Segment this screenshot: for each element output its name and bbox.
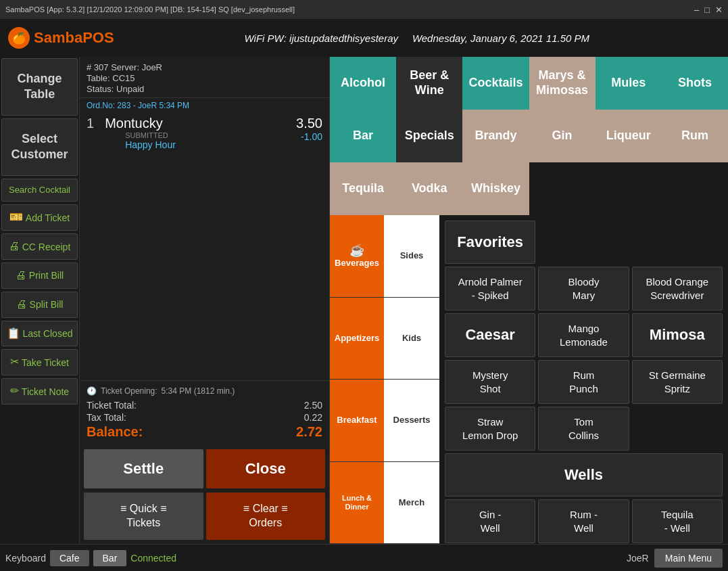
split-bill-button[interactable]: 🖨 Split Bill [1, 292, 78, 318]
keyboard-label: Keyboard [5, 553, 46, 564]
last-closed-button[interactable]: 📋 Last Closed [1, 321, 78, 347]
vtab-kids[interactable]: Kids [384, 298, 439, 380]
ticket-server: # 307 Server: JoeR [87, 62, 322, 72]
item-discount-price: -1.00 [296, 131, 322, 142]
current-user: JoeR [627, 553, 649, 564]
menu-item-rum-well[interactable]: Rum -Well [538, 499, 629, 543]
title-bar: SambaPOS [App: 5.3.2] [12/1/2020 12:09:0… [0, 0, 728, 19]
menu-item-blood-orange-screwdriver[interactable]: Blood OrangeScrewdriver [632, 267, 723, 311]
menu-item-mango-lemonade[interactable]: MangoLemonade [538, 313, 629, 357]
menu-item-tom-collins[interactable]: TomCollins [538, 407, 629, 451]
menu-item-gin-well[interactable]: Gin -Well [445, 499, 535, 543]
vtab-merch[interactable]: Merch [384, 462, 439, 545]
add-ticket-label: Add Ticket [26, 212, 70, 224]
cc-receipt-button[interactable]: 🖨 CC Receipt [1, 233, 78, 260]
ticket-order-info: Ord.No: 283 - JoeR 5:34 PM [80, 98, 329, 113]
cafe-tab[interactable]: Cafe [50, 550, 89, 566]
subcategory-tab-liqueur[interactable]: Liqueur [596, 110, 662, 162]
left-sidebar: Change Table Select Customer Search Cock… [0, 57, 80, 544]
category-tab-alcohol[interactable]: Alcohol [330, 57, 396, 110]
subcategory-tab-brandy[interactable]: Brandy [462, 110, 529, 162]
ticket-area: # 307 Server: JoeR Table: CC15 Status: U… [80, 57, 330, 544]
vtab-appetizers[interactable]: Appetizers [330, 298, 384, 380]
select-customer-button[interactable]: Select Customer [1, 118, 78, 176]
maximize-btn[interactable]: □ [704, 5, 710, 15]
split-bill-label: Split Bill [30, 298, 64, 311]
wells-header: Wells [445, 453, 723, 497]
category-tab-marys-mimosas[interactable]: Marys & Mimosas [529, 57, 596, 110]
settle-button[interactable]: Settle [84, 449, 203, 488]
bottom-bar: Keyboard Cafe Bar Connected JoeR Main Me… [0, 544, 728, 571]
menu-item-straw-lemon-drop[interactable]: StrawLemon Drop [445, 407, 535, 451]
clear-orders-button[interactable]: ≡ Clear ≡Orders [206, 493, 326, 540]
ticket-total-label: Ticket Total: [87, 400, 137, 411]
ticket-opening: 🕐 Ticket Opening: 5:34 PM (1812 min.) [87, 386, 322, 396]
logo: 🍊 SambaPOS [8, 27, 114, 49]
ticket-note-icon: ✏ [10, 384, 19, 398]
ticket-status: Status: Unpaid [87, 84, 322, 94]
appetizers-label: Appetizers [335, 333, 379, 344]
search-cocktail-input[interactable]: Search Cocktail [1, 179, 78, 202]
category-tab-mules[interactable]: Mules [596, 57, 662, 110]
vtab-sides[interactable]: Sides [384, 215, 439, 298]
take-ticket-button[interactable]: ✂ Take Ticket [1, 349, 78, 375]
subcategory-tab-bar[interactable]: Bar [330, 110, 396, 162]
take-ticket-icon: ✂ [10, 355, 19, 369]
subcategory-tab-tequila[interactable]: Tequila [330, 162, 396, 215]
take-ticket-label: Take Ticket [22, 357, 69, 369]
menu-item-mimosa[interactable]: Mimosa [632, 313, 723, 357]
menu-item-tequila-well[interactable]: Tequila- Well [632, 499, 723, 543]
empty-cell-1 [632, 407, 723, 451]
menu-item-bloody-mary[interactable]: BloodyMary [538, 267, 629, 311]
subcategory-tab-gin[interactable]: Gin [529, 110, 596, 162]
menu-item-rum-punch[interactable]: RumPunch [538, 360, 629, 404]
print-bill-button[interactable]: 🖨 Print Bill [1, 262, 78, 289]
add-ticket-button[interactable]: 🎫 Add Ticket [1, 204, 78, 231]
last-closed-icon: 📋 [7, 327, 20, 341]
sides-label: Sides [400, 250, 424, 261]
subcategory-tab-whiskey[interactable]: Whiskey [462, 162, 529, 215]
header: 🍊 SambaPOS WiFi PW: ijustupdatedthisyest… [0, 19, 728, 57]
vtab-breakfast[interactable]: Breakfast [330, 380, 384, 462]
minimize-btn[interactable]: – [694, 5, 699, 15]
vtab-desserts[interactable]: Desserts [384, 380, 439, 462]
main-menu-button[interactable]: Main Menu [654, 549, 723, 568]
subcategory-tab-rum[interactable]: Rum [662, 110, 728, 162]
close-button[interactable]: Close [206, 449, 326, 488]
vtab-beverages[interactable]: ☕ Beverages [330, 215, 384, 298]
vtab-lunch-dinner[interactable]: Lunch & Dinner [330, 462, 384, 545]
sub-category-row: Bar Specials Brandy Gin Liqueur Rum [330, 110, 728, 162]
category-tab-beer-wine[interactable]: Beer & Wine [396, 57, 462, 110]
ticket-note-label: Ticket Note [22, 386, 69, 398]
header-wifi: WiFi PW: ijustupdatedthisyesteray Wednes… [114, 32, 720, 44]
close-btn[interactable]: ✕ [715, 5, 723, 15]
category-tab-cocktails[interactable]: Cocktails [462, 57, 529, 110]
ticket-items: 1 Montucky SUBMITTED Happy Hour 3.50 -1.… [80, 113, 329, 380]
tax-total-label: Tax Total: [87, 412, 126, 423]
subcategory-tab-vodka[interactable]: Vodka [396, 162, 462, 215]
subcategory-tab-specials[interactable]: Specials [396, 110, 462, 162]
ticket-note-button[interactable]: ✏ Ticket Note [1, 378, 78, 405]
third-category-row: Tequila Vodka Whiskey [330, 162, 728, 215]
item-discount: Happy Hour [125, 139, 176, 150]
menu-item-st-germaine-spritz[interactable]: St GermaineSpritz [632, 360, 723, 404]
opening-label: Ticket Opening: [101, 386, 157, 396]
app-title: SambaPOS [App: 5.3.2] [12/1/2020 12:09:0… [5, 5, 295, 14]
bar-tab[interactable]: Bar [93, 550, 127, 566]
menu-items-grid: Favorites Arnold Palmer- Spiked BloodyMa… [439, 215, 728, 544]
print-bill-label: Print Bill [29, 269, 64, 281]
ticket-table: Table: CC15 [87, 73, 322, 83]
change-table-button[interactable]: Change Table [1, 58, 78, 116]
quick-tickets-button[interactable]: ≡ Quick ≡Tickets [84, 493, 203, 540]
window-controls[interactable]: – □ ✕ [694, 5, 723, 15]
category-tab-shots[interactable]: Shots [662, 57, 728, 110]
tax-total-value: 0.22 [304, 412, 322, 423]
balance-value: 2.72 [296, 424, 322, 440]
menu-item-mystery-shot[interactable]: MysteryShot [445, 360, 535, 404]
menu-item-arnold-palmer[interactable]: Arnold Palmer- Spiked [445, 267, 535, 311]
item-name: Montucky [105, 116, 176, 131]
datetime-text: Wednesday, January 6, 2021 11.50 PM [412, 32, 589, 44]
item-price: 3.50 [296, 116, 322, 131]
beverages-icon: ☕ [349, 244, 364, 258]
menu-item-caesar[interactable]: Caesar [445, 313, 535, 357]
